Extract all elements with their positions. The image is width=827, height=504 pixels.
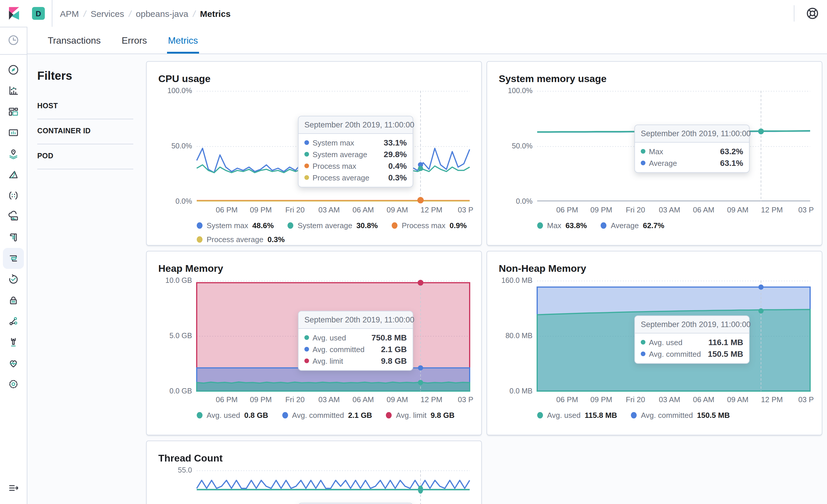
tab-metrics[interactable]: Metrics — [167, 30, 199, 54]
pink-dot-icon — [386, 412, 392, 418]
x-tick-label: 12 PM — [761, 205, 783, 214]
y-tick-label: 100.0% — [167, 87, 192, 95]
tooltip-row-label: Avg. committed — [649, 350, 701, 358]
crosshair-marker-teal — [758, 128, 764, 134]
filter-section-host[interactable]: HOST — [37, 94, 133, 119]
tooltip-row-label: Max — [649, 147, 663, 156]
legend-item[interactable]: Avg. limit9.8 GB — [386, 411, 454, 420]
life-buoy-icon — [806, 6, 819, 20]
sidebar-item-visualize[interactable] — [0, 80, 27, 101]
breadcrumb-apm[interactable]: APM — [60, 8, 79, 18]
help-button[interactable] — [804, 5, 821, 22]
tooltip-row-value: 63.1% — [720, 158, 743, 168]
breadcrumb-service-name[interactable]: opbeans-java — [136, 8, 188, 18]
tooltip-row-label: Avg. used — [649, 338, 682, 347]
chart-legend: Avg. used0.8 GBAvg. committed2.1 GBAvg. … — [197, 411, 470, 420]
sidebar-item-uptime[interactable] — [0, 269, 27, 290]
tooltip-row: Avg. used750.8 MB — [304, 333, 407, 342]
sidebar-item-graph[interactable] — [0, 311, 27, 332]
kibana-logo[interactable] — [0, 0, 27, 28]
x-tick-label: 06 AM — [352, 205, 374, 214]
map-pin-layers-icon — [3, 143, 24, 164]
teal-dot-icon — [197, 412, 202, 418]
chart-plot-area[interactable]: September 20th 2019, 11:00:00Avg. used11… — [537, 281, 810, 391]
chart-title: Heap Memory — [158, 263, 470, 275]
sidebar-item-siem[interactable] — [0, 290, 27, 311]
crosshair-marker-teal — [418, 166, 423, 171]
chart-icon — [3, 80, 24, 101]
tab-transactions[interactable]: Transactions — [47, 30, 102, 54]
x-tick-label: 06 PM — [216, 205, 238, 214]
y-axis-labels: 160.0 MB80.0 MB0.0 MB — [499, 281, 533, 391]
y-tick-label: 80.0 MB — [505, 332, 533, 340]
legend-item[interactable]: Avg. committed150.5 MB — [631, 411, 730, 420]
tooltip-row-label: Process average — [312, 173, 369, 182]
sidebar-item-dev-tools[interactable] — [0, 332, 27, 353]
legend-item[interactable]: Process max0.9% — [392, 221, 467, 230]
sidebar-collapse-button[interactable] — [0, 475, 27, 502]
legend-item[interactable]: Avg. committed2.1 GB — [282, 411, 372, 420]
tooltip-date: September 20th 2019, 11:00:00 — [299, 311, 412, 329]
y-tick-label: 160.0 MB — [501, 276, 533, 285]
sidebar-item-canvas[interactable] — [0, 122, 27, 143]
breadcrumb-separator: / — [193, 8, 195, 18]
chart-title: Non-Heap Memory — [499, 263, 810, 275]
lock-icon — [3, 290, 24, 311]
legend-item[interactable]: Average62.7% — [601, 221, 664, 230]
x-tick-label: 09 AM — [387, 205, 408, 214]
legend-item[interactable]: System max48.6% — [197, 221, 274, 230]
legend-label: Avg. limit — [396, 411, 427, 420]
sidebar-item-monitoring[interactable] — [0, 353, 27, 373]
chart-tooltip: September 20th 2019, 11:00:00Avg. used11… — [634, 315, 749, 364]
x-tick-label: 09 PM — [590, 205, 612, 214]
tooltip-row-value: 29.8% — [384, 150, 407, 159]
tooltip-row-value: 33.1% — [384, 138, 407, 147]
space-badge[interactable]: D — [32, 7, 45, 20]
canvas-icon — [3, 122, 24, 143]
legend-item[interactable]: Avg. used115.8 MB — [537, 411, 617, 420]
legend-item[interactable]: Avg. used0.8 GB — [197, 411, 268, 420]
app-sidebar — [0, 27, 27, 504]
legend-value: 63.8% — [566, 221, 587, 230]
legend-value: 0.3% — [267, 235, 285, 244]
service-tabs: TransactionsErrorsMetrics — [27, 27, 827, 54]
tooltip-row: Avg. committed150.5 MB — [641, 349, 743, 358]
legend-item[interactable]: Max63.8% — [537, 221, 587, 230]
chart-plot-area[interactable]: September 20th 2019, 11:00:00System max3… — [197, 91, 470, 201]
chart-plot-area[interactable]: September 20th 2019, 11:00:00 — [197, 470, 470, 504]
filter-section-pod[interactable]: POD — [37, 144, 133, 169]
breadcrumb-separator: / — [129, 8, 131, 18]
sidebar-item-logs[interactable] — [0, 227, 27, 248]
x-axis-labels: 06 PM09 PMFri 2003 AM06 AM09 AM12 PM03 P — [197, 204, 470, 215]
chart-plot-area[interactable]: September 20th 2019, 11:00:00Max63.2%Ave… — [537, 91, 810, 201]
sidebar-item-machine-learning[interactable] — [0, 164, 27, 185]
tooltip-row-label: System max — [312, 138, 354, 147]
sidebar-item-recently-viewed[interactable] — [0, 27, 27, 54]
y-axis-labels: 10.0 GB5.0 GB0.0 GB — [158, 281, 192, 391]
sidebar-item-dashboard[interactable] — [0, 101, 27, 122]
legend-label: Avg. committed — [292, 411, 344, 420]
chart-tooltip: September 20th 2019, 11:00:00Avg. used75… — [298, 311, 413, 371]
x-tick-label: 03 AM — [659, 205, 680, 214]
line-series-max-count — [197, 481, 470, 489]
sidebar-item-discover[interactable] — [0, 59, 27, 80]
sidebar-item-apm[interactable] — [0, 248, 27, 269]
legend-item[interactable]: System average30.8% — [288, 221, 378, 230]
dashboard-icon — [3, 101, 24, 122]
chart-plot-area[interactable]: September 20th 2019, 11:00:00Avg. used75… — [197, 281, 470, 391]
sidebar-item-code[interactable] — [0, 185, 27, 206]
filter-section-container-id[interactable]: CONTAINER ID — [37, 119, 133, 144]
tooltip-date: September 20th 2019, 11:00:00 — [635, 125, 749, 143]
sidebar-item-maps[interactable] — [0, 143, 27, 164]
crosshair-marker-blue — [418, 365, 423, 370]
legend-value: 150.5 MB — [697, 411, 730, 420]
legend-item[interactable]: Process average0.3% — [197, 235, 285, 244]
sidebar-item-management[interactable] — [0, 373, 27, 395]
breadcrumb-services[interactable]: Services — [91, 8, 124, 18]
x-tick-label: 06 PM — [556, 205, 578, 214]
teal-dot-icon — [288, 222, 294, 229]
x-tick-label: 03 P — [798, 205, 814, 214]
x-tick-label: Fri 20 — [285, 205, 304, 214]
tab-errors[interactable]: Errors — [120, 30, 148, 54]
sidebar-item-infrastructure[interactable] — [0, 206, 27, 227]
